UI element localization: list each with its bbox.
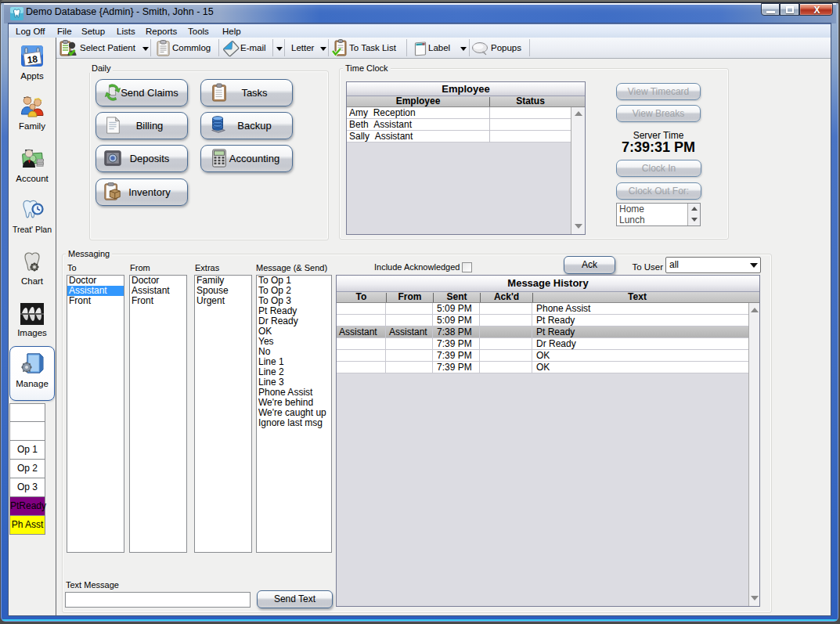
svg-text:18: 18 [27,53,38,65]
